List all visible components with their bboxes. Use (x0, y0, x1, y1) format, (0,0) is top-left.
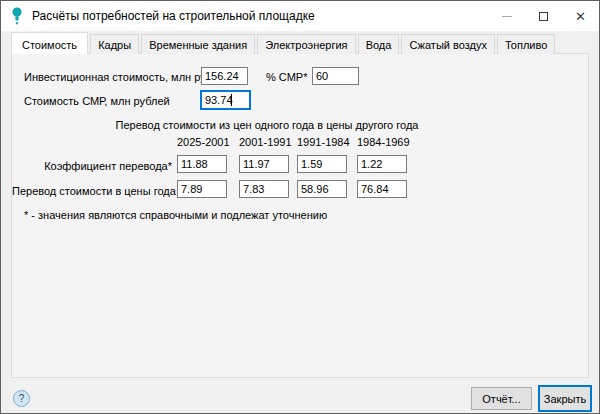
converted-cost-input-4[interactable] (357, 180, 407, 198)
close-dialog-button[interactable]: Закрыть (538, 385, 592, 412)
dialog-window: Расчёты потребностей на строительной пло… (0, 0, 600, 414)
tab-temporary-buildings[interactable]: Временные здания (141, 34, 255, 54)
minimize-icon (502, 16, 512, 17)
tab-personnel[interactable]: Кадры (90, 34, 139, 54)
app-pin-icon (10, 6, 24, 26)
investment-cost-label: Инвестиционная стоимость, млн рублей (24, 71, 230, 83)
period-header-1: 2025-2001 (177, 136, 227, 148)
period-header-3: 1991-1984 (297, 136, 347, 148)
window-title: Расчёты потребностей на строительной пло… (32, 9, 315, 23)
conversion-coefficient-label: Коэффициент перевода* (12, 160, 172, 172)
tab-compressed-air[interactable]: Сжатый воздух (401, 34, 495, 54)
reference-footnote: * - значения являются справочными и подл… (24, 209, 327, 221)
coefficient-input-3[interactable] (297, 155, 347, 173)
maximize-icon (539, 12, 548, 21)
converted-cost-input-1[interactable] (177, 180, 227, 198)
tab-water[interactable]: Вода (358, 34, 400, 54)
smr-cost-field-wrap (200, 90, 251, 110)
close-button[interactable]: ✕ (562, 1, 599, 31)
period-header-4: 1984-1969 (357, 136, 407, 148)
tab-cost[interactable]: Стоимость (11, 32, 88, 54)
coefficient-input-2[interactable] (239, 155, 289, 173)
close-icon: ✕ (575, 10, 586, 23)
report-button[interactable]: Отчёт... (471, 387, 532, 410)
converted-cost-input-3[interactable] (297, 180, 347, 198)
smr-percent-input[interactable] (312, 67, 359, 85)
maximize-button[interactable] (525, 1, 562, 31)
investment-cost-input[interactable] (201, 67, 248, 85)
title-bar: Расчёты потребностей на строительной пло… (1, 1, 599, 31)
smr-cost-input[interactable] (200, 90, 251, 110)
help-button[interactable]: ? (13, 390, 30, 407)
cost-tab-page: Инвестиционная стоимость, млн рублей % С… (11, 53, 589, 378)
smr-cost-label: Стоимость СМР, млн рублей (24, 95, 170, 107)
text-caret (231, 94, 232, 106)
converted-cost-label: Перевод стоимости в цены года (12, 185, 172, 197)
coefficient-input-1[interactable] (177, 155, 227, 173)
tab-fuel[interactable]: Топливо (497, 34, 555, 54)
conversion-section-title: Перевод стоимости из цен одного года в ц… (102, 119, 432, 131)
smr-percent-label: % СМР* (266, 71, 307, 83)
tab-strip: Стоимость Кадры Временные здания Электро… (11, 34, 554, 54)
help-icon: ? (19, 393, 25, 404)
period-header-2: 2001-1991 (239, 136, 289, 148)
minimize-button[interactable] (488, 1, 525, 31)
coefficient-input-4[interactable] (357, 155, 407, 173)
converted-cost-input-2[interactable] (239, 180, 289, 198)
window-controls: ✕ (488, 1, 599, 31)
tab-electricity[interactable]: Электроэнергия (257, 34, 355, 54)
